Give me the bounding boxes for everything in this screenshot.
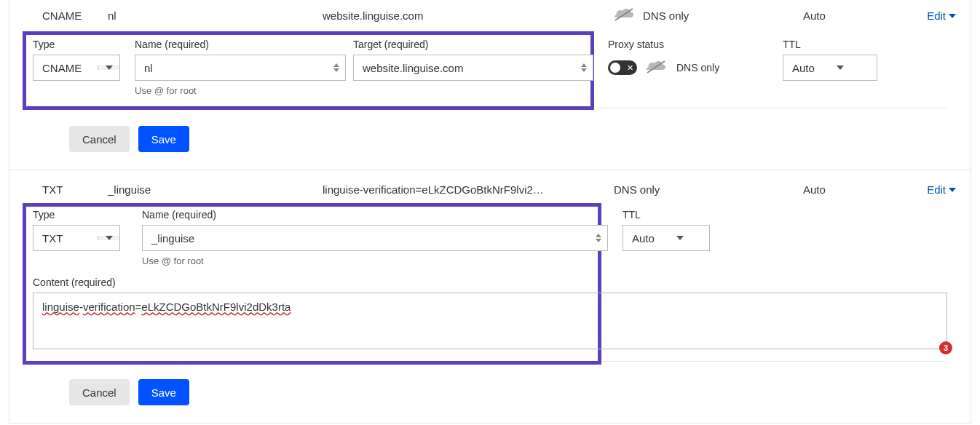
ttl-select-value: Auto xyxy=(792,62,815,74)
chevron-down-icon xyxy=(949,14,956,18)
summary-type: CNAME xyxy=(9,9,108,22)
edit-label: Edit xyxy=(927,183,946,196)
summary-type: TXT xyxy=(9,183,108,196)
edit-label: Edit xyxy=(927,9,946,22)
summary-target: website.linguise.com xyxy=(323,9,614,22)
summary-proxy-text: DNS only xyxy=(643,9,689,22)
content-label: Content (required) xyxy=(33,277,947,288)
chevron-down-icon xyxy=(949,188,956,192)
summary-name: _linguise xyxy=(108,183,323,196)
summary-ttl: Auto xyxy=(781,9,905,22)
content-textarea[interactable]: linguise-verification=eLkZCDGoBtkNrF9lvi… xyxy=(33,293,947,349)
cloud-off-icon xyxy=(614,7,636,24)
name-hint: Use @ for root xyxy=(135,85,346,96)
content-word-3: eLkZCDGoBtkNrF9lvi2dDk3rta xyxy=(141,301,291,313)
summary-proxy: DNS only xyxy=(614,183,781,196)
cancel-button[interactable]: Cancel xyxy=(69,379,130,405)
name-label: Name (required) xyxy=(142,209,608,221)
type-select-value: CNAME xyxy=(33,62,98,74)
name-input-value: _linguise xyxy=(143,232,593,245)
chevron-down-icon xyxy=(98,65,119,70)
type-label: Type xyxy=(33,39,127,50)
error-count-badge: 3 xyxy=(939,341,952,354)
target-input[interactable]: website.linguise.com xyxy=(353,55,593,81)
type-select[interactable]: CNAME xyxy=(33,55,120,81)
name-label: Name (required) xyxy=(135,39,346,50)
chevron-down-icon xyxy=(837,65,844,70)
content-word-2: verification xyxy=(83,301,135,313)
ttl-select[interactable]: Auto xyxy=(623,225,710,251)
proxy-status-text: DNS only xyxy=(676,62,719,74)
ttl-select-value: Auto xyxy=(632,232,655,245)
edit-record-button[interactable]: Edit xyxy=(927,9,956,22)
name-input[interactable]: nl xyxy=(135,55,346,81)
name-hint: Use @ for root xyxy=(142,255,608,266)
save-button[interactable]: Save xyxy=(138,379,189,405)
edit-record-button[interactable]: Edit xyxy=(927,183,956,196)
proxy-toggle[interactable]: ✕ xyxy=(608,60,637,75)
target-label: Target (required) xyxy=(353,39,593,50)
chevron-down-icon xyxy=(98,236,119,240)
save-button[interactable]: Save xyxy=(138,126,189,152)
type-label: Type xyxy=(33,209,135,221)
summary-ttl: Auto xyxy=(781,183,905,196)
name-input[interactable]: _linguise xyxy=(142,225,608,251)
cloud-off-icon xyxy=(646,60,668,76)
record-summary-row: TXT _linguise linguise-verification=eLkZ… xyxy=(9,170,971,206)
ttl-select[interactable]: Auto xyxy=(783,55,877,81)
summary-target: linguise-verification=eLkZCDGoBtkNrF9lvi… xyxy=(323,183,614,196)
type-select[interactable]: TXT xyxy=(33,225,120,251)
dns-record-txt: TXT _linguise linguise-verification=eLkZ… xyxy=(9,170,971,423)
target-input-value: website.linguise.com xyxy=(354,62,578,74)
dns-record-cname: CNAME nl website.linguise.com DNS only A… xyxy=(9,0,971,170)
name-input-value: nl xyxy=(135,62,331,74)
summary-proxy-text: DNS only xyxy=(614,183,660,196)
proxy-label: Proxy status xyxy=(608,39,783,50)
summary-proxy: DNS only xyxy=(614,7,781,24)
ttl-label: TTL xyxy=(623,209,710,221)
type-select-value: TXT xyxy=(33,232,98,245)
record-summary-row: CNAME nl website.linguise.com DNS only A… xyxy=(9,0,971,34)
content-word-1: linguise xyxy=(42,301,79,313)
cancel-button[interactable]: Cancel xyxy=(69,126,130,152)
summary-name: nl xyxy=(108,9,323,22)
ttl-label: TTL xyxy=(783,39,877,50)
chevron-down-icon xyxy=(676,236,684,240)
